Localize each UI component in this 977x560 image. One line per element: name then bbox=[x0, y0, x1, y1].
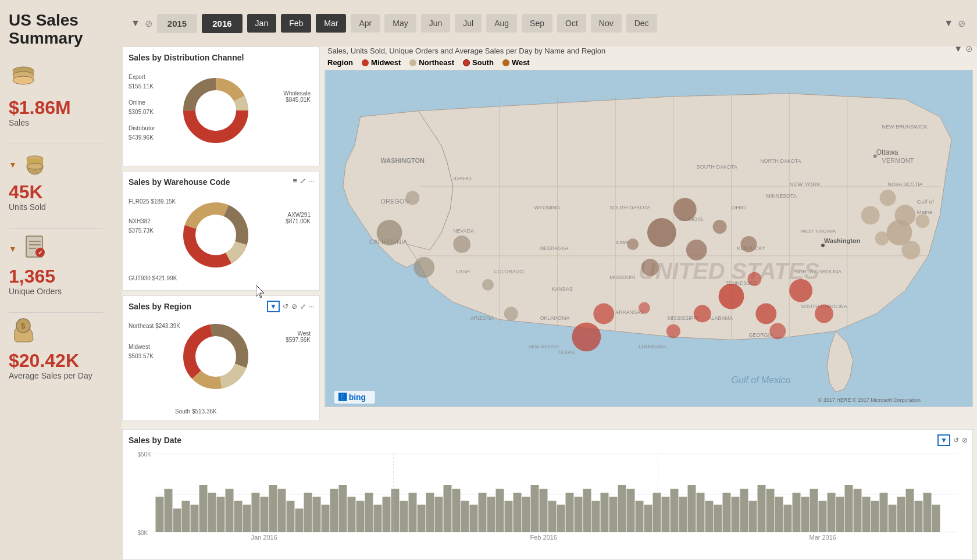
export-value: $155.11K bbox=[129, 82, 155, 91]
region-reset-btn[interactable]: ↺ bbox=[283, 302, 288, 311]
distribution-channel-panel: Sales by Distribution Channel Export $15… bbox=[122, 47, 320, 166]
svg-point-117 bbox=[915, 214, 929, 228]
svg-rect-190 bbox=[714, 505, 722, 532]
svg-rect-178 bbox=[609, 497, 618, 532]
svg-rect-200 bbox=[801, 497, 810, 532]
map-no-filter-icon[interactable]: ⊘ bbox=[965, 44, 973, 54]
svg-rect-130 bbox=[191, 505, 199, 532]
svg-text:LOUISIANA: LOUISIANA bbox=[639, 344, 666, 349]
expand-btn[interactable]: ⤢ bbox=[300, 177, 306, 185]
svg-rect-127 bbox=[165, 489, 173, 532]
axw291-value: $871.00K bbox=[286, 218, 311, 224]
svg-rect-149 bbox=[356, 501, 365, 532]
right-no-filter-icon[interactable]: ⊘ bbox=[958, 18, 965, 29]
region-legend-title: Region bbox=[327, 58, 353, 67]
avg-sales-value: $20.42K bbox=[9, 351, 79, 371]
svg-text:NEW YORK: NEW YORK bbox=[789, 181, 821, 187]
legend-midwest: Midwest bbox=[362, 58, 401, 67]
month-feb-button[interactable]: Feb bbox=[281, 14, 311, 33]
svg-point-21 bbox=[195, 90, 236, 131]
svg-rect-212 bbox=[906, 489, 914, 532]
svg-rect-153 bbox=[391, 489, 400, 532]
svg-point-8 bbox=[27, 163, 43, 169]
svg-point-104 bbox=[789, 279, 812, 302]
svg-text:ARIZONA: ARIZONA bbox=[470, 315, 494, 321]
svg-rect-207 bbox=[862, 497, 871, 532]
month-nov-button[interactable]: Nov bbox=[591, 14, 622, 33]
svg-rect-148 bbox=[348, 497, 356, 532]
svg-rect-154 bbox=[400, 501, 408, 532]
right-filter-icon[interactable]: ▼ bbox=[944, 18, 953, 28]
svg-rect-128 bbox=[173, 509, 181, 533]
top-no-filter-icon[interactable]: ⊘ bbox=[145, 18, 152, 29]
region-filter-btn[interactable]: ▼ bbox=[267, 301, 280, 312]
month-mar-button[interactable]: Mar bbox=[316, 14, 346, 33]
svg-rect-181 bbox=[636, 501, 644, 532]
svg-point-111 bbox=[880, 190, 896, 206]
avg-sales-label: Average Sales per Day bbox=[9, 371, 92, 380]
month-jun-button[interactable]: Jun bbox=[421, 14, 451, 33]
svg-text:NEVADA: NEVADA bbox=[453, 228, 474, 234]
svg-point-88 bbox=[413, 257, 434, 278]
svg-text:WEST VIRGINIA: WEST VIRGINIA bbox=[801, 229, 836, 234]
hamburger-icon[interactable]: ≡ bbox=[293, 176, 297, 185]
month-jul-button[interactable]: Jul bbox=[455, 14, 482, 33]
svg-rect-165 bbox=[496, 489, 504, 532]
region-no-filter-btn[interactable]: ⊘ bbox=[291, 302, 297, 311]
month-jan-button[interactable]: Jan bbox=[247, 14, 277, 33]
online-label: Online bbox=[129, 98, 155, 108]
sales-by-date-title: Sales by Date bbox=[129, 436, 967, 445]
page-title: US Sales Summary bbox=[9, 12, 113, 48]
svg-point-87 bbox=[377, 220, 402, 245]
month-apr-button[interactable]: Apr bbox=[351, 14, 380, 33]
avg-sales-icon: $ bbox=[9, 318, 38, 349]
month-sep-button[interactable]: Sep bbox=[522, 14, 552, 33]
wholesale-label: Wholesale bbox=[283, 90, 311, 97]
svg-text:UNITED STATES: UNITED STATES bbox=[639, 258, 819, 284]
map-filter-icon[interactable]: ▼ bbox=[954, 44, 962, 54]
svg-rect-158 bbox=[435, 497, 443, 532]
month-may-button[interactable]: May bbox=[384, 14, 416, 33]
month-oct-button[interactable]: Oct bbox=[557, 14, 586, 33]
svg-text:OHIO: OHIO bbox=[732, 204, 747, 211]
svg-rect-136 bbox=[243, 505, 251, 532]
svg-rect-198 bbox=[784, 505, 792, 532]
nxh382-value: $375.73K bbox=[129, 226, 176, 236]
region-expand-btn[interactable]: ⤢ bbox=[300, 302, 306, 311]
year-2016-button[interactable]: 2016 bbox=[202, 14, 242, 33]
svg-rect-147 bbox=[339, 485, 347, 532]
units-filter-icon[interactable]: ▼ bbox=[9, 160, 17, 169]
orders-icon: ✓ bbox=[22, 233, 48, 265]
month-aug-button[interactable]: Aug bbox=[486, 14, 517, 33]
sales-icon bbox=[9, 62, 38, 97]
region-more-btn[interactable]: ··· bbox=[309, 302, 315, 311]
svg-point-89 bbox=[405, 191, 419, 205]
region-donut bbox=[178, 319, 254, 394]
svg-point-26 bbox=[195, 215, 236, 255]
svg-rect-168 bbox=[522, 497, 530, 532]
year-2015-button[interactable]: 2015 bbox=[157, 14, 197, 33]
svg-text:NORTH DAKOTA: NORTH DAKOTA bbox=[760, 158, 801, 164]
svg-rect-183 bbox=[653, 493, 661, 533]
bottom-no-filter-btn[interactable]: ⊘ bbox=[962, 434, 968, 446]
svg-rect-208 bbox=[871, 501, 879, 532]
top-filter-icon[interactable]: ▼ bbox=[131, 18, 140, 28]
bottom-reset-btn[interactable]: ↺ bbox=[953, 434, 959, 446]
svg-rect-188 bbox=[697, 493, 705, 533]
orders-filter-icon[interactable]: ▼ bbox=[9, 244, 17, 254]
bottom-filter-btn[interactable]: ▼ bbox=[937, 434, 950, 446]
svg-rect-137 bbox=[252, 493, 260, 533]
month-dec-button[interactable]: Dec bbox=[626, 14, 657, 33]
svg-rect-170 bbox=[540, 489, 548, 532]
svg-point-31 bbox=[195, 336, 236, 377]
svg-text:Maine: Maine bbox=[917, 209, 933, 215]
svg-rect-203 bbox=[828, 493, 836, 533]
kpi-orders: ▼ ✓ 1,365 Unique Orders bbox=[9, 233, 113, 296]
more-btn[interactable]: ··· bbox=[309, 177, 315, 185]
svg-rect-215 bbox=[932, 505, 940, 532]
svg-rect-174 bbox=[575, 497, 583, 532]
map-container[interactable]: Gulf of Mexico WASHINGTON OREGON CALIFOR… bbox=[325, 70, 973, 407]
svg-rect-204 bbox=[836, 497, 844, 532]
svg-rect-144 bbox=[313, 497, 321, 532]
kpi-units: ▼ 45K Units Sold bbox=[9, 149, 113, 212]
